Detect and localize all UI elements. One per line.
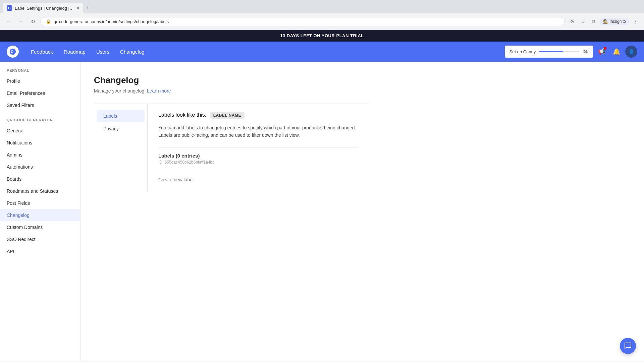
sidebar-item-general-label: General: [7, 128, 23, 133]
browser-chrome: C Label Settings | Changelog | Ca... × +…: [0, 0, 644, 30]
sidebar-item-automations[interactable]: Automations: [0, 161, 80, 173]
tab-privacy[interactable]: Privacy: [97, 123, 145, 135]
sidebar-item-boards[interactable]: Boards: [0, 173, 80, 185]
notifications-bell-button[interactable]: 🔔: [610, 46, 623, 58]
sidebar-item-api-label: API: [7, 249, 14, 254]
label-description: You can add labels to changelog entries …: [158, 124, 358, 139]
sidebar-item-changelog-label: Changelog: [7, 213, 30, 218]
tab-title: Label Settings | Changelog | Ca...: [15, 6, 74, 11]
bookmark-icon[interactable]: ☆: [578, 17, 588, 26]
sidebar-item-admins-label: Admins: [7, 152, 22, 158]
browser-tab-bar: C Label Settings | Changelog | Ca... × +: [0, 0, 644, 13]
sidebar-item-roadmaps-and-statuses[interactable]: Roadmaps and Statuses: [0, 185, 80, 197]
browser-nav-bar: ← → ↻ 🔒 qr-code-generator.canny.io/admin…: [0, 13, 644, 29]
bell-icon: 🔔: [613, 48, 620, 55]
sidebar-item-changelog[interactable]: Changelog: [0, 209, 80, 221]
sidebar-item-custom-domains-label: Custom Domains: [7, 225, 43, 230]
labels-header: Labels (0 entries): [158, 153, 358, 159]
browser-tab-active[interactable]: C Label Settings | Changelog | Ca... ×: [3, 3, 83, 13]
setup-canny-widget[interactable]: Set up Canny 3/5: [505, 46, 593, 58]
nav-feedback[interactable]: Feedback: [25, 42, 58, 62]
new-tab-button[interactable]: +: [83, 3, 93, 13]
sidebar-item-automations-label: Automations: [7, 164, 33, 170]
canny-logo[interactable]: C: [7, 46, 19, 58]
tab-close-button[interactable]: ×: [77, 6, 79, 10]
setup-progress-fill: [539, 51, 563, 52]
sidebar-item-boards-label: Boards: [7, 176, 21, 182]
address-bar[interactable]: 🔒 qr-code-generator.canny.io/admin/setti…: [40, 17, 565, 26]
browser-right-icons: ⊘ ☆ ⧉ 🕵 Incognito ⋮: [568, 17, 640, 26]
page-subtitle-text: Manage your changelog.: [94, 88, 146, 94]
setup-progress-count: 3/5: [583, 49, 588, 54]
back-button[interactable]: ←: [4, 17, 13, 26]
section-divider-2: [158, 170, 358, 170]
tab-labels[interactable]: Labels: [97, 110, 145, 122]
trial-banner-text: 13 DAYS LEFT ON YOUR PLAN TRIAL: [280, 33, 364, 38]
main-content: Changelog Manage your changelog. Learn m…: [80, 62, 644, 361]
sidebar-item-sso-redirect-label: SSO Redirect: [7, 237, 36, 242]
section-divider: [158, 147, 358, 147]
setup-progress-bar: [539, 51, 579, 52]
tab-content-labels: Labels look like this: LABEL NAME You ca…: [148, 104, 369, 192]
chat-widget-button[interactable]: [620, 338, 636, 354]
label-example-badge: LABEL NAME: [210, 112, 245, 119]
labels-intro: Labels look like this:: [158, 112, 206, 118]
sidebar-item-roadmaps-label: Roadmaps and Statuses: [7, 188, 58, 194]
trial-banner: 13 DAYS LEFT ON YOUR PLAN TRIAL: [0, 30, 644, 42]
camera-off-icon[interactable]: ⊘: [568, 17, 577, 26]
tab-sidebar: Labels Privacy: [94, 104, 148, 192]
incognito-label: Incognito: [609, 19, 626, 24]
sidebar-item-email-preferences-label: Email Preferences: [7, 90, 45, 96]
url-text: qr-code-generator.canny.io/admin/setting…: [54, 19, 169, 24]
sidebar-item-post-fields-label: Post Fields: [7, 200, 30, 206]
page-subtitle: Manage your changelog. Learn more: [94, 88, 369, 94]
sidebar-item-saved-filters-label: Saved Filters: [7, 103, 34, 108]
sidebar-item-saved-filters[interactable]: Saved Filters: [0, 99, 80, 111]
refresh-button[interactable]: ↻: [28, 17, 38, 26]
sidebar-item-sso-redirect[interactable]: SSO Redirect: [0, 233, 80, 245]
setup-canny-label: Set up Canny: [509, 49, 536, 54]
learn-more-link[interactable]: Learn more: [147, 88, 171, 94]
labels-intro-text: Labels look like this: LABEL NAME: [158, 112, 358, 119]
sidebar-item-profile[interactable]: Profile: [0, 75, 80, 87]
nav-users[interactable]: Users: [91, 42, 115, 62]
main-layout: PERSONAL Profile Email Preferences Saved…: [0, 62, 644, 361]
menu-button[interactable]: ⋮: [631, 17, 640, 26]
notification-dot: [604, 47, 606, 50]
lock-icon: 🔒: [46, 19, 51, 24]
sidebar-item-notifications-label: Notifications: [7, 140, 32, 145]
incognito-icon: 🕵: [603, 19, 608, 24]
svg-text:C: C: [11, 50, 13, 54]
sidebar-item-post-fields[interactable]: Post Fields: [0, 197, 80, 209]
sidebar-item-admins[interactable]: Admins: [0, 149, 80, 161]
sidebar-item-custom-domains[interactable]: Custom Domains: [0, 221, 80, 233]
tabs-content: Labels Privacy Labels look like this: LA…: [94, 104, 369, 192]
sidebar-section-personal: PERSONAL: [0, 62, 80, 75]
sidebar: PERSONAL Profile Email Preferences Saved…: [0, 62, 80, 361]
sidebar-item-general[interactable]: General: [0, 125, 80, 137]
content-inner: Changelog Manage your changelog. Learn m…: [80, 62, 382, 205]
broadcast-icon-button[interactable]: 📢: [596, 46, 608, 58]
create-label-input[interactable]: [158, 176, 358, 184]
nav-roadmap[interactable]: Roadmap: [58, 42, 91, 62]
extensions-icon[interactable]: ⧉: [589, 17, 598, 26]
nav-changelog[interactable]: Changelog: [115, 42, 150, 62]
forward-button[interactable]: →: [16, 17, 25, 26]
sidebar-item-notifications[interactable]: Notifications: [0, 137, 80, 149]
sidebar-item-profile-label: Profile: [7, 78, 20, 84]
avatar-image: 👤: [629, 49, 634, 54]
top-nav: C Feedback Roadmap Users Changelog Set u…: [0, 42, 644, 62]
tab-favicon: C: [7, 5, 12, 11]
labels-id: ID: 655dac450b62b6bfaff1a4bc: [158, 160, 358, 165]
page-title: Changelog: [94, 75, 369, 85]
chat-icon: [624, 342, 632, 350]
sidebar-item-api[interactable]: API: [0, 245, 80, 257]
user-avatar[interactable]: 👤: [625, 46, 637, 58]
sidebar-section-qr-code-generator: QR CODE GENERATOR: [0, 111, 80, 125]
sidebar-item-email-preferences[interactable]: Email Preferences: [0, 87, 80, 99]
incognito-button[interactable]: 🕵 Incognito: [600, 18, 629, 25]
